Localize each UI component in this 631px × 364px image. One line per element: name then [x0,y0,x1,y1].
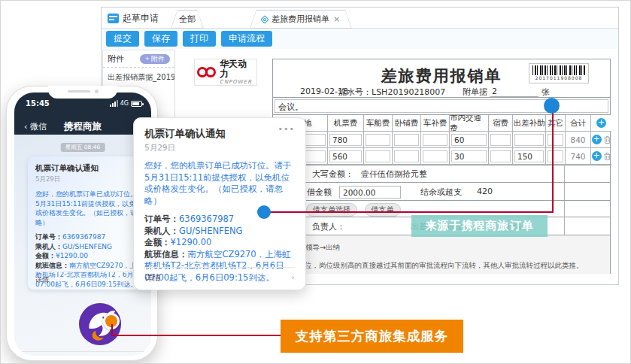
phone-nav-title: 携程商旅 [14,120,151,133]
phone-statusbar: 15:45 4G ‹ 微信 携程商旅 [14,93,151,135]
save-button[interactable]: 保存 [144,31,177,46]
row-total: 740 [566,148,591,165]
submit-button[interactable]: 提交 [106,31,139,46]
field-label: 航班信息： [35,262,69,269]
expense-form: 差旅费用报销单 2017011908008 2019-02-18 流水号：LSH… [272,59,611,274]
menu-draft-application[interactable]: 起草申请 [108,11,159,26]
toolbar: 提交 保存 打印 申请流程 [102,29,618,49]
window-header: 起草申请 全部 差旅费用报销单 × [102,8,618,29]
vendor-logo: 华天动力 CNPOWER [194,59,257,86]
cell-input[interactable] [423,134,447,146]
cell-input[interactable]: 30 [451,150,487,162]
col-boat: 车船费 [364,115,393,132]
phone-time: 15:45 [26,99,50,108]
footer-note-line2: 位，岗位级别高的直接越过其前面的审批流程向下流转，其他人审批流转过程以此类推。 [305,261,584,271]
battery-icon [131,101,142,107]
cell-input[interactable]: 560 [329,150,362,162]
network-label: 4G [120,101,129,107]
barcode-bars [532,65,585,75]
connector-line-vertical [552,111,554,212]
attach-count-label: 附单据 [463,86,487,98]
form-anchor-dot [544,98,560,114]
field-label: 订单号： [35,233,62,241]
cell-input[interactable] [548,150,563,162]
attachment-title: 附件 [108,53,124,65]
popup-title: 机票订单确认通知 [144,127,295,141]
connector-line-horizontal [264,211,554,213]
cell-input[interactable] [548,134,563,146]
loan-label: 借金额 [307,187,332,198]
expense-table: 到达地 机票费 车船费 卧铺费 车补费 市内交通费 宿费 出差补助 其它 合计 … [273,115,611,165]
details-label: 详情 [144,272,161,284]
signal-icon [110,100,118,107]
cell-input[interactable] [490,134,511,146]
cell-input[interactable] [423,150,447,162]
cell-input[interactable] [366,150,390,162]
tag-icon [260,15,268,23]
cell-input[interactable] [394,150,419,162]
cell-input[interactable] [366,134,390,146]
loan-amount-input[interactable]: 2000.00 [339,186,401,199]
chevron-right-icon: › [292,272,295,284]
tab-close-icon[interactable]: × [333,15,340,23]
phone-notch [48,86,117,99]
menu-draft-label: 起草申请 [123,12,159,25]
tab-expense-form[interactable]: 差旅费用报销单 × [250,10,352,29]
chat-timestamp: 星期五 08:46 [61,143,105,152]
field-label: 金额： [144,237,171,247]
balance-label: 结余或超支 [420,187,462,198]
popup-details-link[interactable]: 详情 › [144,267,295,284]
barcode-number: 2017011908008 [532,75,585,80]
notification-popup: 机票订单确认通知 ••• 5月29日 您好，您的机票订单已成功订位。请于5月31… [133,117,306,290]
loan-slip-select-button[interactable]: 借支单选择 [306,203,357,217]
form-serial: 流水号：LSH20190218007 [338,86,445,98]
cell-input[interactable] [490,150,511,162]
more-options-icon[interactable]: ••• [278,124,295,134]
print-button[interactable]: 打印 [183,31,216,46]
integration-callout: 支持第三方商旅集成服务 [281,320,463,353]
field-value: ¥1290.00 [171,237,212,247]
field-label: 乘机人： [35,243,62,250]
barcode: 2017011908008 [529,63,589,83]
delete-row-icon[interactable] [603,152,611,161]
vendor-name: 华天动力 [220,59,254,78]
field-value: 6369367987 [179,214,234,224]
field-label: 金额： [35,252,56,259]
cell-input[interactable]: 150 [514,150,544,162]
order-anchor-dot [257,205,271,219]
attach-unit: 张 [542,86,550,98]
tab-expense-label: 差旅费用报销单 [272,14,329,25]
attachment-file-item[interactable]: 出差报销票据_20190219.j... [103,68,174,87]
attach-count-value: 2 [492,86,497,96]
add-row-icon[interactable]: + [592,135,602,144]
camera-icon [95,89,99,93]
popup-date: 5月29日 [144,143,295,153]
caps-amount-label: 大写金额： [312,168,353,180]
popup-body: 您好，您的机票订单已成功订位。请于5月31日15:11前提供授权，以免机位或价格… [144,160,295,207]
loan-row: 借金额 2000.00 结余或超支 420 [273,183,610,201]
field-label: 订单号： [144,214,179,224]
caps-amount-row: 大写金额： 壹仟伍佰捌拾元整 [273,165,610,183]
speaker-icon [68,90,90,93]
col-allowance: 出差补助 [513,115,546,132]
source-callout: 来源于携程商旅订单 [411,215,548,237]
row-total: 840 [566,132,591,148]
col-lodging: 宿费 [489,115,513,132]
add-row-icon[interactable]: + [596,118,606,128]
cnpower-logo-icon [197,66,217,78]
cell-input[interactable] [514,134,544,146]
cell-input[interactable] [394,134,419,146]
add-row-icon[interactable]: + [592,151,602,161]
document-icon [108,14,119,23]
col-total: 合计 [566,115,591,132]
tab-all[interactable]: 全部 [171,10,204,29]
col-add: + [591,115,611,132]
loan-slip-button[interactable]: 借支单 [365,203,401,217]
footer-note-line1: 领导→出纳 [305,243,340,253]
add-attachment-button[interactable]: + 附件 [140,54,170,65]
cell-input[interactable]: 60 [451,134,487,146]
delete-row-icon[interactable] [603,135,611,144]
cell-input[interactable]: 780 [329,134,362,146]
screenshot-root: 起草申请 全部 差旅费用报销单 × 提交 保存 打印 申请流程 [0,0,631,364]
workflow-button[interactable]: 申请流程 [221,31,272,46]
